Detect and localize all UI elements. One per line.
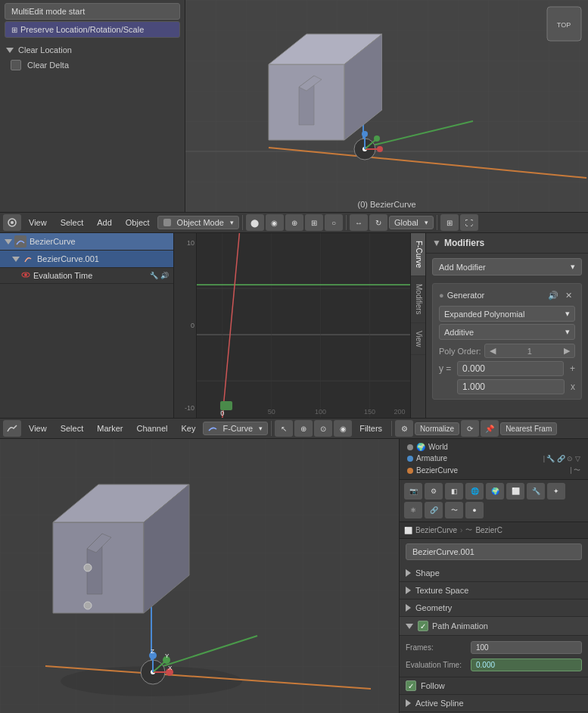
fullscreen-icon[interactable]: ⛶ [460,214,478,231]
object-name-field[interactable]: BezierCurve.001 [406,543,582,560]
path-anim-checkbox[interactable]: ✓ [418,621,428,631]
bezier-curve-channel[interactable]: BezierCurve [0,233,173,251]
fcurve-mode-icon[interactable] [3,420,21,437]
mod-sound-icon[interactable]: 🔊 [546,288,560,302]
object-menu[interactable]: Object [120,216,156,229]
grid-icon[interactable]: ⊞ [440,214,459,231]
additive-row: Additive ▾ [439,324,575,340]
view-layer-icon[interactable]: ◧ [445,483,463,500]
modifier-header: ● Generator 🔊 ✕ [436,287,578,304]
global-label: Global [394,218,418,227]
fcurve-props-icon[interactable]: ⚙ [395,420,413,437]
view-side-tab[interactable]: View [411,323,425,356]
shape-section[interactable]: Shape [400,565,588,582]
modifiers-title-text: Modifiers [444,238,484,248]
preserve-location-button[interactable]: ⊞ Preserve Location/Rotation/Scale [5,21,180,38]
fcurve-key-menu[interactable]: Key [175,422,201,434]
world-item[interactable]: 🌍 World [404,441,583,453]
object-props-icon[interactable]: ⬜ [506,483,524,500]
fcurve-graph[interactable]: 10 0 -10 0 50 100 150 [174,233,410,418]
view-cube[interactable]: TOP [543,3,585,45]
select-menu[interactable]: Select [54,216,90,229]
output-props-icon[interactable]: ⚙ [425,483,443,500]
fcurve-marker-menu[interactable]: Marker [91,422,129,434]
physics-icon[interactable]: ⚛ [404,502,422,518]
fcurve-view-menu[interactable]: View [23,422,53,434]
fcurve-select-icon[interactable]: ↖ [275,420,293,437]
scene-props-icon[interactable]: 🌐 [465,483,484,500]
texture-space-section[interactable]: Texture Space [400,582,588,599]
geometry-label: Geometry [415,603,452,612]
path-anim-triangle [406,624,413,629]
material-icon[interactable]: ● [465,502,484,518]
armature-name: Armature [416,454,447,462]
prop-edit-icon[interactable]: ○ [325,214,343,231]
normalize-button[interactable]: Normalize [415,422,459,435]
mod-close-icon[interactable]: ✕ [562,288,575,302]
overlay-icon[interactable]: ◉ [266,214,284,231]
bezier-child-channel[interactable]: BezierCurve.001 [0,251,173,268]
view-tab-label: View [415,331,423,347]
view-menu[interactable]: View [23,216,53,229]
add-modifier-button[interactable]: Add Modifier ▾ [432,258,582,276]
poly-order-field[interactable]: ◀ 1 ▶ [484,344,575,358]
mod-controls: 🔊 ✕ [546,288,575,302]
clear-delta-checkbox[interactable] [11,60,21,70]
pin-icon[interactable]: 📌 [481,420,499,437]
mode-label: Object Mode [177,218,224,227]
geometry-triangle [406,604,411,612]
fcurve-tool-icon[interactable]: ⊕ [294,420,313,437]
global-dropdown[interactable]: Global ▾ [389,216,434,229]
modifiers-side-tab[interactable]: Modifiers [411,276,425,323]
poly-order-arrow-left: ◀ [490,346,496,356]
bezier-item[interactable]: BezierCurve | 〜 [404,464,583,477]
fcurve-section: BezierCurve BezierCurve.001 Evaluation T… [0,233,588,418]
frames-row: Frames: 100 [406,639,582,656]
fcurve-side-tab[interactable]: F-Curve [411,233,425,276]
fcurve-zoom-icon[interactable]: ⊙ [314,420,332,437]
polynomial-dropdown[interactable]: Expanded Polynomial ▾ [439,306,575,322]
armature-dot [407,456,413,462]
render-props-icon[interactable]: 📷 [404,483,422,500]
gizmo-icon[interactable]: ⊕ [285,214,303,231]
fcurve-filters-label[interactable]: Filters [353,422,388,434]
world-props-icon[interactable]: 🌍 [486,483,504,500]
eval-time-name: Evaluation Time [33,271,92,280]
sync-icon[interactable]: ⟳ [461,420,479,437]
armature-item[interactable]: Armature | 🔧 🔗 ⊙ ▽ [404,453,583,464]
path-animation-section[interactable]: ✓ Path Animation [400,617,588,636]
fcurve-tab-label: F-Curve [415,241,423,268]
add-menu[interactable]: Add [91,216,118,229]
clear-delta-item[interactable]: Clear Delta [0,58,185,73]
toolbar-mode-icon[interactable] [3,214,21,231]
constraints-icon[interactable]: 🔗 [425,502,443,518]
fcurve-mode-dropdown[interactable]: F-Curve ▾ [203,422,268,435]
eval-time-channel[interactable]: Evaluation Time 🔧 🔊 [0,268,173,284]
object-mode-dropdown[interactable]: Object Mode ▾ [157,216,239,229]
additive-dropdown[interactable]: Additive ▾ [439,324,575,340]
geometry-section[interactable]: Geometry [400,599,588,617]
viewport-shading-icon[interactable]: ⬤ [246,214,264,231]
nearest-frame-btn[interactable]: Nearest Fram [500,422,557,435]
snap-icon[interactable]: ⊞ [305,214,323,231]
y-value-field[interactable]: 0.000 [457,361,564,376]
fcurve-filter-icon[interactable]: ◉ [334,420,352,437]
transform-icon[interactable]: ↔ [350,214,368,231]
eval-time-value[interactable]: 0.000 [471,659,582,671]
modifier-props-icon[interactable]: 🔧 [527,483,545,500]
fcurve-select-menu[interactable]: Select [54,422,90,434]
frames-value[interactable]: 100 [471,641,582,654]
multiedit-button[interactable]: MultiEdit mode start [5,3,180,20]
nearest-frame-label: Nearest Fram [506,425,552,433]
rotate-icon[interactable]: ↻ [369,214,387,231]
frames-label: Frames: [406,643,466,652]
svg-rect-26 [197,233,410,418]
bezier-expand-icon [5,239,12,244]
particles-icon[interactable]: ✦ [547,483,565,500]
preserve-label: Preserve Location/Rotation/Scale [20,25,144,34]
active-spline-section[interactable]: Active Spline [400,695,588,712]
follow-checkbox[interactable]: ✓ [406,680,416,691]
x-value-field[interactable]: 1.000 [457,379,565,394]
data-props-icon[interactable]: 〜 [445,502,463,518]
fcurve-channel-menu[interactable]: Channel [130,422,173,434]
